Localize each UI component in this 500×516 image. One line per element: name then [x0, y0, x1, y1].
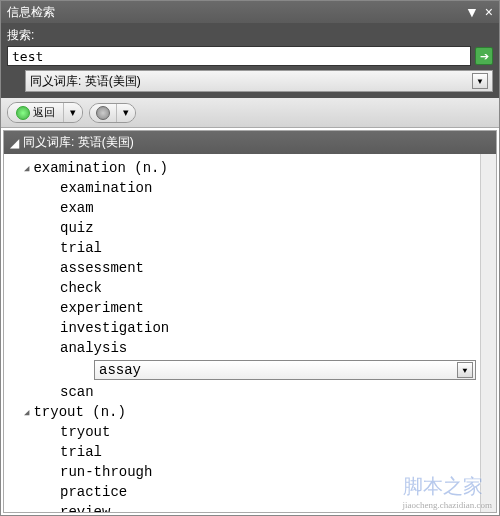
collapse-icon: ◢ — [24, 163, 29, 174]
search-label: 搜索: — [7, 27, 493, 44]
back-button[interactable]: 返回 — [8, 103, 64, 122]
group-label: examination (n.) — [33, 160, 167, 176]
back-label: 返回 — [33, 105, 55, 120]
synonym-item[interactable]: practice — [24, 482, 496, 502]
back-icon — [16, 106, 30, 120]
group-label: tryout (n.) — [33, 404, 125, 420]
titlebar-controls: ▼ × — [465, 5, 493, 19]
search-row: ➔ — [7, 46, 493, 66]
collapse-icon: ◢ — [24, 407, 29, 418]
research-button[interactable] — [90, 104, 117, 122]
research-button-group: ▾ — [89, 103, 136, 123]
synonym-item[interactable]: run-through — [24, 462, 496, 482]
synonym-item[interactable]: quiz — [24, 218, 496, 238]
chevron-down-icon[interactable]: ▼ — [457, 362, 473, 378]
back-button-group: 返回 ▾ — [7, 102, 83, 123]
results-tree: ◢examination (n.)examinationexamquiztria… — [4, 154, 496, 512]
search-input[interactable] — [7, 46, 471, 66]
results-header-label: 同义词库: 英语(美国) — [23, 134, 134, 151]
results-panel: ◢ 同义词库: 英语(美国) ◢examination (n.)examinat… — [3, 130, 497, 513]
synonym-item[interactable]: exam — [24, 198, 496, 218]
item-label: assay — [99, 362, 141, 378]
close-icon[interactable]: × — [485, 5, 493, 19]
synonym-item[interactable]: check — [24, 278, 496, 298]
synonym-item[interactable]: trial — [24, 238, 496, 258]
globe-icon — [96, 106, 110, 120]
synonym-item[interactable]: tryout — [24, 422, 496, 442]
toolbar: 返回 ▾ ▾ — [1, 98, 499, 128]
minimize-icon[interactable]: ▼ — [465, 5, 479, 19]
chevron-down-icon[interactable]: ▼ — [472, 73, 488, 89]
category-dropdown[interactable]: 同义词库: 英语(美国) ▼ — [25, 70, 493, 92]
scrollbar[interactable] — [480, 154, 496, 512]
panel-title: 信息检索 — [7, 4, 55, 21]
synonym-item[interactable]: scan — [24, 382, 496, 402]
search-go-button[interactable]: ➔ — [475, 47, 493, 65]
synonym-item[interactable]: assessment — [24, 258, 496, 278]
results-body: ◢examination (n.)examinationexamquiztria… — [4, 154, 496, 512]
collapse-icon: ◢ — [10, 136, 19, 150]
tree-group-head[interactable]: ◢examination (n.) — [24, 158, 496, 178]
synonym-item[interactable]: review — [24, 502, 496, 512]
synonym-item[interactable]: examination — [24, 178, 496, 198]
results-header[interactable]: ◢ 同义词库: 英语(美国) — [4, 131, 496, 154]
synonym-item[interactable]: experiment — [24, 298, 496, 318]
synonym-item[interactable]: trial — [24, 442, 496, 462]
arrow-right-icon: ➔ — [480, 50, 489, 63]
search-area: 搜索: ➔ 同义词库: 英语(美国) ▼ — [1, 23, 499, 98]
research-dropdown[interactable]: ▾ — [117, 104, 135, 122]
panel-window: 信息检索 ▼ × 搜索: ➔ 同义词库: 英语(美国) ▼ 返回 ▾ — [0, 0, 500, 516]
titlebar: 信息检索 ▼ × — [1, 1, 499, 23]
tree-group-head[interactable]: ◢tryout (n.) — [24, 402, 496, 422]
synonym-item[interactable]: analysis — [24, 338, 496, 358]
synonym-item[interactable]: assay▼ — [58, 358, 476, 382]
synonym-item[interactable]: investigation — [24, 318, 496, 338]
back-dropdown[interactable]: ▾ — [64, 103, 82, 122]
category-label: 同义词库: 英语(美国) — [30, 73, 141, 90]
